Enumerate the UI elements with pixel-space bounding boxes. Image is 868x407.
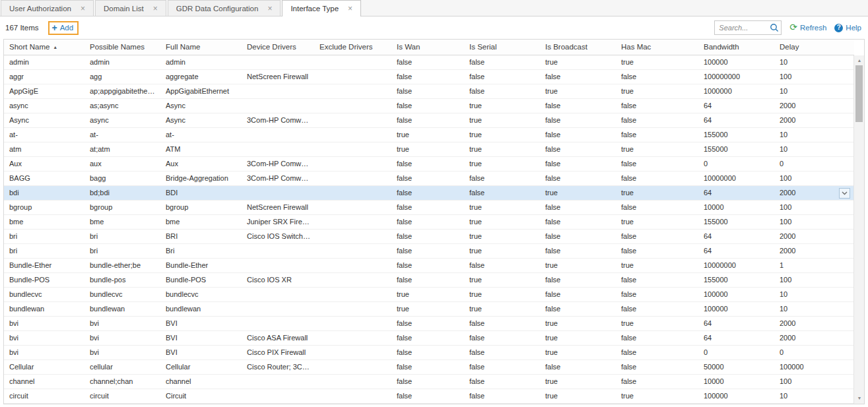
- cell-is-broadcast: false: [540, 200, 616, 214]
- column-header-has-mac[interactable]: Has Mac: [616, 40, 698, 55]
- highlight-box: + Add: [48, 21, 79, 35]
- table-row[interactable]: adminadminadminfalsefalsetruetrue1000001…: [4, 55, 854, 69]
- close-icon[interactable]: ×: [153, 5, 158, 13]
- cell-is-broadcast: false: [540, 171, 616, 185]
- table-row[interactable]: CellularcellularCellularCisco Router; 3C…: [4, 360, 854, 374]
- table-row[interactable]: AppGigEap;appgigabitethernet;a...AppGiga…: [4, 84, 854, 98]
- table-row[interactable]: AuxauxAux3Com-HP Comware Switchfalsetrue…: [4, 156, 854, 171]
- column-header-possible-names[interactable]: Possible Names: [84, 40, 160, 55]
- cell-device-drivers: [242, 127, 314, 142]
- table-row[interactable]: circuitcircuitCircuitfalsefalsetruetrue1…: [4, 389, 854, 403]
- table-row[interactable]: bundlecvcbundlecvcbundlecvctruetruefalse…: [4, 287, 854, 301]
- column-header-delay[interactable]: Delay: [774, 40, 854, 55]
- cell-exclude-drivers: [314, 301, 391, 316]
- close-icon[interactable]: ×: [267, 5, 272, 13]
- table-row[interactable]: BAGGbaggBridge-Aggregation3Com-HP Comwar…: [4, 171, 854, 185]
- cell-full-name: Async: [160, 113, 242, 127]
- tab-interface-type[interactable]: Interface Type×: [282, 0, 361, 16]
- table-row[interactable]: bvibviBVICisco PIX Firewallfalsefalsetru…: [4, 345, 854, 360]
- search-input[interactable]: [719, 24, 770, 32]
- cell-bandwidth: 100000000: [698, 69, 774, 84]
- table-row[interactable]: bribriBrifalsetruefalsefalse642000: [4, 243, 854, 258]
- column-header-short-name[interactable]: Short Name▲: [4, 40, 84, 55]
- cell-possible-names: channel;chan: [84, 374, 160, 389]
- cell-short-name: async: [4, 98, 84, 113]
- column-header-is-broadcast[interactable]: Is Broadcast: [540, 40, 616, 55]
- close-icon[interactable]: ×: [348, 5, 352, 13]
- cell-bandwidth: 64: [698, 316, 774, 330]
- toolbar-right: ⟳ Refresh ? Help: [714, 20, 861, 35]
- table-row[interactable]: channelchannel;chanchannelfalsefalsetrue…: [4, 374, 854, 389]
- cell-has-mac: false: [616, 243, 698, 258]
- cell-delay: 100: [774, 272, 854, 287]
- cell-possible-names: at-: [84, 127, 160, 142]
- scroll-up-arrow[interactable]: ▲: [854, 55, 865, 65]
- table-row[interactable]: at-at-at-truetruefalsefalse15500010: [4, 127, 854, 142]
- cell-bandwidth: 64: [698, 229, 774, 243]
- cell-has-mac: false: [616, 229, 698, 243]
- cell-is-serial: false: [464, 258, 540, 272]
- cell-is-serial: false: [464, 55, 540, 69]
- table-row[interactable]: Bundle-Etherbundle-ether;beBundle-Etherf…: [4, 258, 854, 272]
- plus-icon: +: [52, 23, 57, 32]
- column-header-exclude-drivers[interactable]: Exclude Drivers: [314, 40, 391, 55]
- table-row[interactable]: bdibd;bdiBDIfalsefalsetruetrue642000: [4, 185, 854, 200]
- table-row[interactable]: Bundle-POSbundle-posBundle-POSCisco IOS …: [4, 272, 854, 287]
- cell-is-wan: false: [391, 374, 464, 389]
- cell-short-name: Cellular: [4, 360, 84, 374]
- cell-delay: 100: [774, 171, 854, 185]
- cell-is-serial: true: [464, 229, 540, 243]
- cell-possible-names: as;async: [84, 98, 160, 113]
- table-row[interactable]: atmat;atmATMtruetruefalsetrue15500010: [4, 142, 854, 156]
- tab-user-authorization[interactable]: User Authorization×: [1, 0, 94, 16]
- close-icon[interactable]: ×: [81, 5, 85, 13]
- column-header-device-drivers[interactable]: Device Drivers: [242, 40, 314, 55]
- cell-possible-names: bri: [84, 229, 160, 243]
- table-row[interactable]: bgroupbgroupbgroupNetScreen Firewallfals…: [4, 200, 854, 214]
- cell-delay: 100: [774, 374, 854, 389]
- table-row[interactable]: asyncas;asyncAsyncfalsetruefalsefalse642…: [4, 98, 854, 113]
- column-header-full-name[interactable]: Full Name: [160, 40, 242, 55]
- cell-has-mac: true: [616, 84, 698, 98]
- add-button[interactable]: + Add: [52, 23, 74, 32]
- cell-is-broadcast: false: [540, 98, 616, 113]
- cell-has-mac: true: [616, 55, 698, 69]
- cell-is-serial: true: [464, 272, 540, 287]
- tab-bar: User Authorization×Domain List×GDR Data …: [0, 0, 868, 16]
- table-row[interactable]: bundlewanbundlewanbundlewantruetruefalse…: [4, 301, 854, 316]
- cell-delay: 10: [774, 142, 854, 156]
- table-row[interactable]: aggraggaggregateNetScreen Firewallfalsef…: [4, 69, 854, 84]
- cell-has-mac: true: [616, 142, 698, 156]
- scrollbar-thumb[interactable]: [855, 65, 863, 122]
- cell-possible-names: async: [84, 113, 160, 127]
- table-row[interactable]: bribriBRICisco IOS Switch; Cisco I...fal…: [4, 229, 854, 243]
- cell-device-drivers: Cisco ASA Firewall: [242, 330, 314, 345]
- tab-gdr-data-configuration[interactable]: GDR Data Configuration×: [168, 0, 281, 16]
- cell-is-wan: false: [391, 214, 464, 229]
- cell-device-drivers: NetScreen Firewall: [242, 69, 314, 84]
- cell-short-name: AppGigE: [4, 84, 84, 98]
- cell-is-serial: true: [464, 301, 540, 316]
- column-header-is-wan[interactable]: Is Wan: [391, 40, 464, 55]
- interface-type-page: User Authorization×Domain List×GDR Data …: [0, 0, 868, 407]
- cell-possible-names: cellular: [84, 360, 160, 374]
- tab-domain-list[interactable]: Domain List×: [95, 0, 166, 16]
- search-icon[interactable]: [770, 23, 779, 32]
- refresh-button[interactable]: ⟳ Refresh: [789, 23, 826, 32]
- help-button[interactable]: ? Help: [834, 24, 861, 32]
- table-row[interactable]: bvibviBVICisco ASA Firewallfalsefalsetru…: [4, 330, 854, 345]
- column-header-bandwidth[interactable]: Bandwidth: [698, 40, 774, 55]
- cell-is-broadcast: false: [540, 142, 616, 156]
- scroll-down-arrow[interactable]: ▼: [854, 393, 865, 402]
- table-row[interactable]: bmebmebmeJuniper SRX Firewall; Juni...fa…: [4, 214, 854, 229]
- column-header-is-serial[interactable]: Is Serial: [464, 40, 540, 55]
- cell-exclude-drivers: [314, 272, 391, 287]
- cell-short-name: atm: [4, 142, 84, 156]
- cell-possible-names: circuit: [84, 389, 160, 403]
- table-row[interactable]: AsyncasyncAsync3Com-HP Comware Switchfal…: [4, 113, 854, 127]
- cell-bandwidth: 155000: [698, 214, 774, 229]
- cell-exclude-drivers: [314, 360, 391, 374]
- row-actions-chevron-button[interactable]: [839, 188, 850, 199]
- table-row[interactable]: bvibviBVIfalsefalsetruetrue642000: [4, 316, 854, 330]
- cell-delay: 2000: [774, 229, 854, 243]
